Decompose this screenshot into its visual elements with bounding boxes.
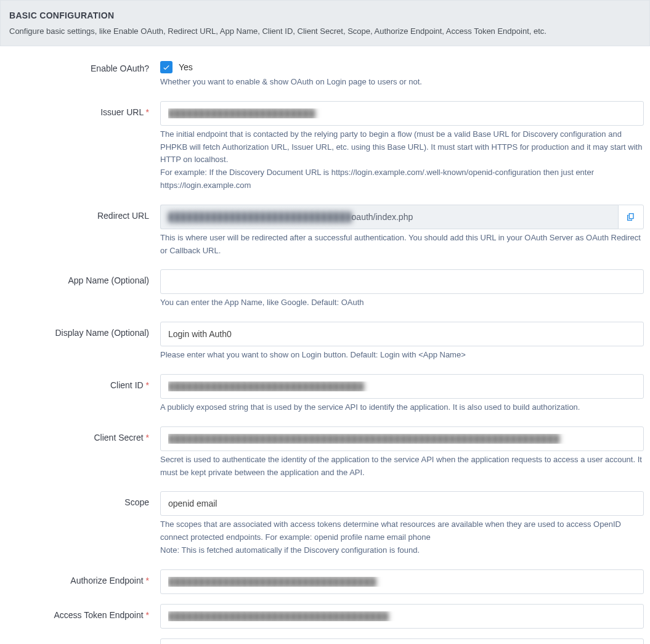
enable-oauth-checkbox[interactable] [160, 61, 173, 73]
display-name-label: Display Name (Optional) [6, 322, 160, 338]
config-header-title: BASIC CONFIGURATION [9, 10, 641, 20]
access-token-endpoint-label: Access Token Endpoint * [6, 604, 160, 620]
enable-oauth-help: Whether you want to enable & show OAuth … [160, 76, 644, 89]
client-secret-label: Client Secret * [6, 426, 160, 442]
redirect-url-label: Redirect URL [6, 205, 160, 221]
authorize-endpoint-label: Authorize Endpoint * [6, 569, 160, 585]
scope-label: Scope [6, 491, 160, 507]
scope-input[interactable] [160, 491, 644, 516]
enable-oauth-label: Enable OAuth? [6, 57, 160, 73]
check-icon [162, 63, 171, 71]
client-secret-input[interactable] [160, 426, 644, 451]
user-info-endpoint-input[interactable] [160, 638, 644, 644]
scope-help: The scopes that are associated with acce… [160, 518, 644, 556]
display-name-input[interactable] [160, 322, 644, 346]
enable-oauth-checkbox-label: Yes [179, 62, 193, 72]
client-id-label: Client ID * [6, 374, 160, 390]
app-name-help: You can enter the App Name, like Google.… [160, 296, 644, 309]
client-id-input[interactable] [160, 374, 644, 399]
client-id-help: A publicly exposed string that is used b… [160, 401, 644, 414]
access-token-endpoint-input[interactable] [160, 604, 644, 629]
app-name-input[interactable] [160, 269, 644, 294]
issuer-url-label: Issuer URL * [6, 101, 160, 117]
authorize-endpoint-input[interactable] [160, 569, 644, 594]
issuer-url-help: The initial endpoint that is contacted b… [160, 128, 644, 192]
issuer-url-input[interactable] [160, 101, 644, 126]
display-name-help: Please enter what you want to show on Lo… [160, 349, 644, 362]
config-header: BASIC CONFIGURATION Configure basic sett… [0, 0, 650, 46]
copy-icon [626, 212, 636, 222]
redirect-url-help: This is where user will be redirected af… [160, 232, 644, 258]
client-secret-help: Secret is used to authenticate the ident… [160, 454, 644, 479]
redirect-url-value: ██████████████████████████████oauth/inde… [160, 205, 618, 229]
copy-redirect-url-button[interactable] [618, 205, 644, 229]
user-info-endpoint-label: Get User Info Endpoint * [6, 638, 160, 644]
config-header-subtitle: Configure basic settings, like Enable OA… [9, 26, 641, 36]
config-form: Enable OAuth? Yes Whether you want to en… [0, 46, 650, 644]
app-name-label: App Name (Optional) [6, 269, 160, 285]
